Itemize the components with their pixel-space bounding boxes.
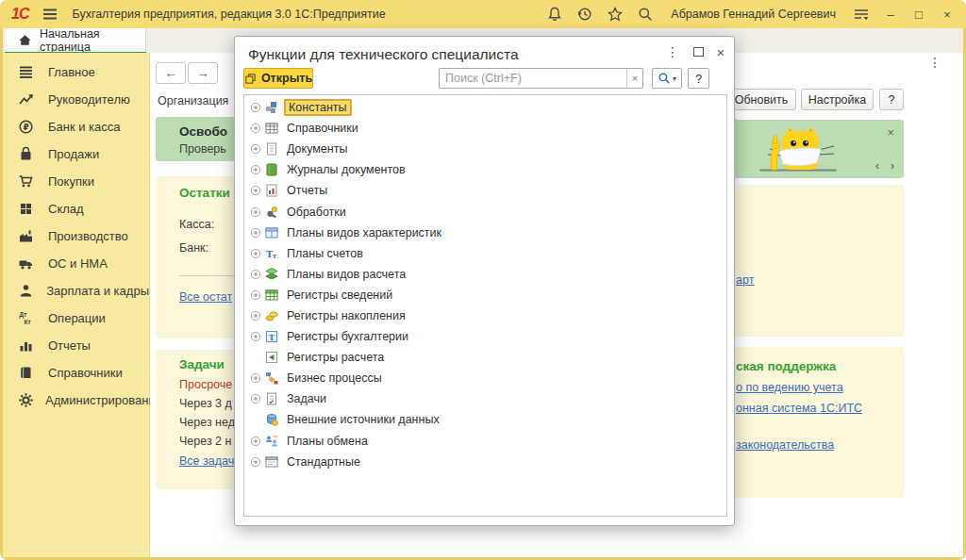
tree-row-0[interactable]: Константы bbox=[244, 97, 726, 118]
tree-row-15[interactable]: Внешние источники данных bbox=[244, 409, 726, 430]
dialog-help-button[interactable]: ? bbox=[688, 68, 709, 89]
sidebar-item-3[interactable]: Продажи bbox=[3, 140, 149, 168]
sidebar-item-9[interactable]: ДтКтОперации bbox=[3, 305, 149, 332]
search-clear-icon[interactable]: × bbox=[626, 69, 642, 88]
tree-row-3[interactable]: Журналы документов bbox=[244, 159, 726, 180]
page-help-button[interactable]: ? bbox=[879, 89, 904, 110]
expand-plus-icon[interactable] bbox=[248, 248, 263, 259]
settings-button[interactable]: Настройка bbox=[801, 89, 874, 110]
minimize-button[interactable]: – bbox=[883, 8, 898, 22]
favorites-star-icon[interactable] bbox=[607, 6, 624, 23]
tree-row-12[interactable]: Регистры расчета bbox=[244, 347, 726, 368]
close-button[interactable]: × bbox=[940, 8, 955, 22]
tree-row-11[interactable]: ТРегистры бухгалтерии bbox=[244, 326, 726, 347]
tree-row-7[interactable]: ТтПланы счетов bbox=[244, 243, 726, 264]
expand-plus-icon[interactable] bbox=[248, 227, 263, 239]
support-link-0[interactable]: о по ведению учета bbox=[736, 381, 843, 394]
maximize-button[interactable]: □ bbox=[911, 8, 926, 22]
tree-row-label: Планы видов расчета bbox=[287, 268, 406, 281]
tree-row-14[interactable]: Задачи bbox=[244, 388, 726, 409]
app-title: Бухгалтерия предприятия, редакция 3.0 1С… bbox=[72, 8, 385, 21]
support-link-1[interactable]: онная система 1С:ИТС bbox=[736, 402, 862, 415]
expand-plus-icon[interactable] bbox=[248, 164, 263, 175]
page-more-button[interactable]: ⋮ bbox=[928, 55, 941, 70]
banner-prev-arrow[interactable]: ‹ bbox=[875, 159, 879, 173]
tree-row-6[interactable]: Планы видов характеристик bbox=[244, 222, 726, 243]
tree-row-17[interactable]: Стандартные bbox=[244, 452, 726, 472]
tree-row-13[interactable]: Бизнес процессы bbox=[244, 368, 726, 388]
global-search-icon[interactable] bbox=[637, 6, 654, 23]
calc-types-icon bbox=[265, 268, 280, 281]
expand-plus-icon[interactable] bbox=[248, 372, 263, 384]
sidebar-item-2[interactable]: ₽Банк и касса bbox=[3, 113, 149, 140]
all-tasks-link[interactable]: Все задач bbox=[179, 454, 234, 468]
sidebar-item-12[interactable]: Администрирование bbox=[3, 387, 149, 414]
sidebar-item-5[interactable]: Склад bbox=[3, 195, 149, 222]
calendar-link-fragment[interactable]: арт bbox=[736, 273, 754, 287]
banner-next-arrow[interactable]: › bbox=[891, 159, 894, 173]
tree-row-10[interactable]: Регистры накопления bbox=[244, 305, 726, 326]
svg-text:Т: Т bbox=[269, 333, 275, 342]
tech-functions-dialog: Функции для технического специалиста ⋮ ×… bbox=[234, 36, 735, 526]
svg-text:Кт: Кт bbox=[25, 319, 31, 325]
sidebar-item-1[interactable]: Руководителю bbox=[3, 86, 149, 113]
sidebar-item-11[interactable]: Справочники bbox=[3, 359, 149, 387]
tree-row-9[interactable]: Регистры сведений bbox=[244, 285, 726, 305]
dialog-title: Функции для технического специалиста bbox=[248, 46, 519, 63]
tree-row-1[interactable]: Справочники bbox=[244, 118, 726, 139]
sidebar-item-4[interactable]: Покупки bbox=[3, 168, 149, 195]
support-link-2[interactable]: законодательства bbox=[736, 438, 834, 452]
dialog-more-icon[interactable]: ⋮ bbox=[665, 44, 680, 59]
dialog-maximize-icon[interactable] bbox=[693, 47, 704, 57]
tree-row-16[interactable]: Планы обмена bbox=[244, 431, 726, 452]
sidebar-item-8[interactable]: Зарплата и кадры bbox=[3, 277, 149, 305]
constants-icon bbox=[265, 101, 280, 114]
expand-plus-icon[interactable] bbox=[248, 436, 263, 447]
expand-plus-icon[interactable] bbox=[248, 143, 263, 155]
user-menu[interactable]: Абрамов Геннадий Сергеевич bbox=[671, 8, 836, 21]
administration-icon bbox=[18, 392, 34, 408]
tree-row-label: Стандартные bbox=[287, 455, 360, 469]
banner-text: Проверь bbox=[179, 142, 226, 156]
tree-row-label: Планы видов характеристик bbox=[287, 226, 441, 239]
svg-text:Дт: Дт bbox=[20, 311, 27, 319]
notifications-bell-icon[interactable] bbox=[546, 6, 563, 23]
banner-title: Освобо bbox=[179, 124, 227, 139]
expand-plus-icon[interactable] bbox=[248, 102, 263, 113]
expand-plus-icon[interactable] bbox=[248, 185, 263, 196]
open-button[interactable]: Открыть bbox=[243, 68, 313, 89]
search-input[interactable] bbox=[440, 69, 626, 88]
nav-back-button[interactable]: ← bbox=[156, 62, 186, 84]
expand-plus-icon[interactable] bbox=[248, 331, 263, 342]
expand-plus-icon[interactable] bbox=[248, 310, 263, 321]
nav-history-buttons: ← → bbox=[156, 62, 218, 84]
expand-plus-icon[interactable] bbox=[248, 456, 263, 468]
expand-plus-icon[interactable] bbox=[248, 269, 263, 280]
tab-home[interactable]: Начальная страница bbox=[5, 28, 146, 52]
tree-row-2[interactable]: Документы bbox=[244, 139, 726, 159]
history-icon[interactable] bbox=[576, 6, 593, 23]
sidebar-item-6[interactable]: Производство bbox=[3, 222, 149, 250]
expand-plus-icon[interactable] bbox=[248, 289, 263, 301]
assets-icon bbox=[18, 255, 37, 272]
tree-row-5[interactable]: Обработки bbox=[244, 201, 726, 222]
sales-icon bbox=[18, 146, 37, 162]
expand-plus-icon[interactable] bbox=[248, 206, 263, 218]
service-menu-icon[interactable] bbox=[853, 6, 870, 23]
search-options-button[interactable]: ▾ bbox=[652, 68, 682, 89]
expand-plus-icon[interactable] bbox=[248, 393, 263, 404]
magnifier-icon bbox=[658, 72, 671, 85]
expand-plus-icon[interactable] bbox=[248, 123, 263, 134]
sidebar-item-10[interactable]: Отчеты bbox=[3, 332, 149, 359]
banner-close-icon[interactable]: × bbox=[887, 125, 894, 140]
tree-row-4[interactable]: Отчеты bbox=[244, 180, 726, 201]
tree-row-8[interactable]: Планы видов расчета bbox=[244, 264, 726, 285]
all-balances-link[interactable]: Все остат bbox=[179, 290, 232, 304]
sidebar-item-7[interactable]: ОС и НМА bbox=[3, 250, 149, 277]
dialog-close-icon[interactable]: × bbox=[713, 44, 728, 60]
refresh-button[interactable]: Обновить bbox=[726, 89, 796, 110]
production-icon bbox=[18, 228, 37, 244]
sidebar-item-0[interactable]: Главное bbox=[3, 58, 149, 86]
hamburger-menu-icon[interactable] bbox=[42, 6, 58, 23]
nav-forward-button[interactable]: → bbox=[188, 62, 218, 84]
